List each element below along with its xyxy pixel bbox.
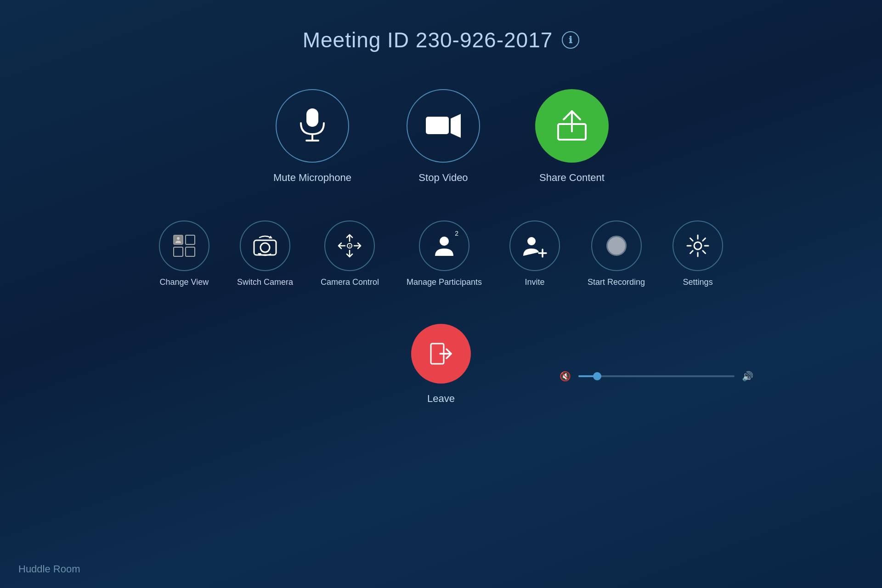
svg-line-31: [690, 238, 693, 241]
svg-rect-0: [306, 108, 318, 127]
svg-line-32: [703, 251, 706, 254]
camera-control-label: Camera Control: [321, 277, 379, 287]
svg-text:+: +: [349, 244, 351, 249]
volume-low-icon: 🔇: [560, 371, 571, 382]
volume-slider-track[interactable]: [578, 375, 735, 377]
settings-button[interactable]: Settings: [673, 220, 723, 287]
meeting-id: Meeting ID 230-926-2017: [303, 28, 553, 52]
room-label: Huddle Room: [18, 563, 80, 575]
invite-icon: [521, 233, 548, 259]
svg-rect-9: [186, 235, 195, 244]
change-view-label: Change View: [160, 277, 209, 287]
bottom-area: Leave 🔇 🔊: [0, 324, 882, 405]
svg-point-26: [694, 242, 701, 249]
manage-participants-label: Manage Participants: [407, 277, 482, 287]
recording-dot-icon: [606, 236, 627, 256]
share-content-button[interactable]: Share Content: [535, 89, 609, 184]
svg-point-22: [440, 237, 449, 246]
camera-control-button[interactable]: + Camera Control: [321, 220, 379, 287]
share-icon: [554, 107, 590, 144]
start-recording-label: Start Recording: [588, 277, 645, 287]
settings-circle[interactable]: [673, 220, 723, 271]
volume-high-icon: 🔊: [742, 371, 753, 382]
microphone-icon: [296, 107, 328, 144]
svg-point-23: [527, 237, 536, 245]
manage-participants-button[interactable]: 2 Manage Participants: [407, 220, 482, 287]
stop-video-label: Stop Video: [418, 172, 468, 184]
header: Meeting ID 230-926-2017 ℹ: [303, 28, 580, 52]
svg-rect-8: [174, 247, 183, 256]
share-content-circle[interactable]: [535, 89, 609, 163]
svg-line-33: [703, 238, 706, 241]
page-container: Meeting ID 230-926-2017 ℹ Mute Microphon…: [0, 0, 882, 588]
video-icon: [425, 112, 462, 140]
invite-label: Invite: [525, 277, 545, 287]
change-view-icon: [172, 233, 197, 258]
leave-label: Leave: [427, 393, 455, 405]
camera-control-icon: +: [336, 232, 363, 260]
switch-camera-button[interactable]: Switch Camera: [237, 220, 293, 287]
svg-rect-10: [186, 247, 195, 256]
invite-circle[interactable]: [509, 220, 560, 271]
stop-video-button[interactable]: Stop Video: [407, 89, 480, 184]
svg-marker-4: [451, 114, 461, 138]
stop-video-circle[interactable]: [407, 89, 480, 163]
settings-label: Settings: [683, 277, 713, 287]
leave-section: Leave: [411, 324, 471, 405]
leave-button[interactable]: [411, 324, 471, 384]
secondary-controls: Change View Switch Camera: [159, 220, 723, 287]
change-view-button[interactable]: Change View: [159, 220, 209, 287]
info-icon[interactable]: ℹ: [562, 31, 579, 49]
switch-camera-circle[interactable]: [240, 220, 290, 271]
svg-point-11: [177, 237, 180, 240]
participants-badge: 2: [455, 230, 458, 237]
volume-control: 🔇 🔊: [560, 371, 753, 382]
svg-line-34: [690, 251, 693, 254]
start-recording-button[interactable]: Start Recording: [588, 220, 645, 287]
primary-controls: Mute Microphone Stop Video: [273, 89, 609, 184]
invite-button[interactable]: Invite: [509, 220, 560, 287]
start-recording-circle[interactable]: [591, 220, 642, 271]
switch-camera-label: Switch Camera: [237, 277, 293, 287]
manage-participants-circle[interactable]: 2: [419, 220, 469, 271]
participants-icon: [431, 233, 457, 259]
switch-camera-icon: [252, 234, 278, 258]
camera-control-circle[interactable]: +: [324, 220, 375, 271]
leave-icon: [427, 340, 455, 368]
mute-microphone-button[interactable]: Mute Microphone: [273, 89, 351, 184]
mute-microphone-circle[interactable]: [276, 89, 349, 163]
svg-point-13: [260, 243, 270, 252]
share-content-label: Share Content: [539, 172, 605, 184]
svg-rect-3: [426, 117, 449, 134]
volume-slider-thumb[interactable]: [593, 372, 601, 380]
change-view-circle[interactable]: [159, 220, 209, 271]
settings-icon: [685, 233, 710, 258]
mute-microphone-label: Mute Microphone: [273, 172, 351, 184]
